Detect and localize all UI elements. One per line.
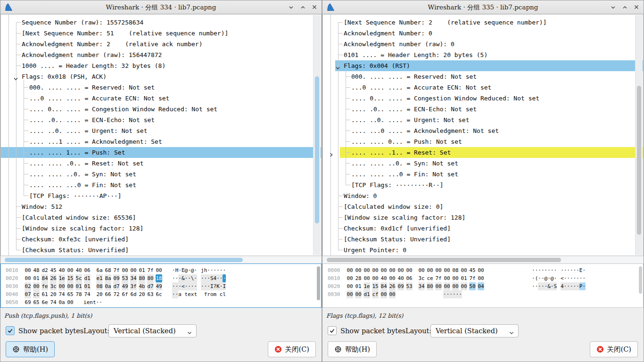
hex-byte[interactable]: 00 bbox=[122, 266, 128, 274]
ascii-char[interactable] bbox=[201, 290, 204, 298]
hex-byte[interactable]: 1e bbox=[58, 274, 65, 282]
hex-byte[interactable]: 65 bbox=[67, 290, 74, 298]
ascii-char[interactable]: e bbox=[188, 290, 191, 298]
ascii-char[interactable]: & bbox=[547, 282, 551, 290]
ascii-char[interactable]: · bbox=[172, 290, 175, 298]
ascii-char[interactable]: · bbox=[216, 266, 220, 274]
titlebar[interactable]: Wireshark · 分组 335 · lib7.pcapng bbox=[322, 0, 644, 14]
tree-row[interactable]: [Calculated window size: 65536] bbox=[1, 212, 321, 223]
hex-byte[interactable]: 00 bbox=[67, 266, 74, 274]
close-icon[interactable] bbox=[633, 4, 640, 10]
ascii-char[interactable]: · bbox=[573, 282, 577, 290]
ascii-char[interactable]: · bbox=[204, 282, 207, 290]
ascii-char[interactable]: · bbox=[188, 282, 191, 290]
hex-byte[interactable]: 3c bbox=[418, 274, 425, 282]
hex-byte[interactable]: 26 bbox=[389, 282, 396, 290]
hex-byte[interactable]: 00 bbox=[33, 282, 40, 290]
ascii-char[interactable]: o bbox=[210, 290, 214, 298]
tree-row[interactable]: ...0 .... .... = Accurate ECN: Not set bbox=[1, 93, 321, 104]
hex-byte[interactable]: 00 bbox=[355, 290, 362, 298]
tree-row[interactable]: 1000 .... = Header Length: 32 bytes (8) bbox=[1, 60, 321, 71]
ascii-char[interactable]: · bbox=[99, 298, 102, 306]
ascii-char[interactable]: · bbox=[194, 282, 197, 290]
layout-select[interactable]: Vertical (Stacked) bbox=[430, 324, 519, 337]
close-button[interactable]: 关闭(C) bbox=[590, 341, 638, 357]
ascii-char[interactable]: @ bbox=[551, 274, 554, 282]
hex-byte[interactable]: d1 bbox=[363, 290, 370, 298]
hex-byte[interactable]: 00 bbox=[461, 282, 467, 290]
hex-byte[interactable]: 50 bbox=[469, 282, 476, 290]
hex-byte[interactable]: fe bbox=[41, 282, 48, 290]
ascii-char[interactable]: · bbox=[576, 274, 579, 282]
titlebar[interactable]: Wireshark · 分组 334 · lib7.pcapng bbox=[0, 0, 322, 14]
hex-byte[interactable]: 00 bbox=[347, 290, 353, 298]
hex-byte[interactable]: 26 bbox=[50, 274, 57, 282]
ascii-char[interactable]: · bbox=[567, 274, 570, 282]
hex-byte[interactable]: 01 bbox=[84, 282, 91, 290]
hex-byte[interactable]: 00 bbox=[427, 266, 433, 274]
ascii-char[interactable]: · bbox=[567, 282, 570, 290]
hex-byte[interactable]: 18 bbox=[156, 274, 162, 282]
tree-horizontal-scrollbar[interactable] bbox=[323, 257, 643, 263]
ascii-char[interactable]: · bbox=[553, 266, 557, 274]
hex-byte[interactable]: 00 bbox=[25, 266, 31, 274]
hex-byte[interactable]: 00 bbox=[67, 298, 74, 306]
ascii-char[interactable]: · bbox=[191, 282, 194, 290]
hex-byte[interactable]: 00 bbox=[363, 266, 370, 274]
hex-byte[interactable]: 00 bbox=[372, 274, 379, 282]
ascii-char[interactable] bbox=[216, 290, 220, 298]
ascii-char[interactable]: · bbox=[178, 266, 182, 274]
hex-byte[interactable]: 34 bbox=[418, 282, 425, 290]
hex-byte[interactable]: 00 bbox=[418, 266, 425, 274]
hex-byte[interactable]: 5c bbox=[75, 274, 82, 282]
tree-row[interactable]: .... .0.. .... = ECN-Echo: Not set bbox=[1, 115, 321, 125]
ascii-char[interactable]: · bbox=[535, 266, 538, 274]
hex-byte[interactable]: cf bbox=[372, 290, 379, 298]
ascii-char[interactable] bbox=[182, 290, 185, 298]
packet-detail-tree[interactable]: Sequence Number (raw): 1557258634[Next S… bbox=[0, 14, 322, 256]
hex-byte[interactable]: 01 bbox=[33, 274, 40, 282]
ascii-char[interactable]: · bbox=[204, 274, 207, 282]
hex-byte[interactable]: 00 bbox=[478, 274, 484, 282]
hex-byte[interactable]: d1 bbox=[84, 274, 91, 282]
hex-byte[interactable]: d7 bbox=[113, 282, 120, 290]
tree-row[interactable]: Sequence Number (raw): 1557258634 bbox=[1, 17, 321, 28]
tree-row[interactable]: Flags: 0x004 (RST) bbox=[323, 60, 643, 71]
tree-row[interactable]: .... .... ...0 = Fin: Not set bbox=[1, 180, 321, 190]
ascii-char[interactable]: c bbox=[220, 290, 223, 298]
tree-row[interactable]: [Window size scaling factor: 128] bbox=[1, 223, 321, 234]
tree-row[interactable]: Acknowledgment Number: 2 (relative ack n… bbox=[1, 39, 321, 49]
chevron-up-icon[interactable] bbox=[299, 4, 306, 10]
hex-byte[interactable]: 80 bbox=[147, 274, 154, 282]
tree-row[interactable]: .... .... .1.. = Reset: Set bbox=[323, 147, 643, 158]
tree-row[interactable]: Checksum: 0xd1cf [unverified] bbox=[323, 223, 643, 234]
hex-dump-view[interactable]: 00100048d245400040066a687f0000017f00·H·E… bbox=[0, 263, 322, 308]
hex-byte[interactable]: 48 bbox=[33, 266, 40, 274]
hex-byte[interactable]: 40 bbox=[75, 266, 82, 274]
ascii-char[interactable]: · bbox=[547, 266, 551, 274]
hex-byte[interactable]: 7f bbox=[469, 274, 476, 282]
hex-scrollbar-thumb[interactable] bbox=[639, 266, 642, 294]
ascii-char[interactable]: · bbox=[532, 274, 535, 282]
chevron-right-icon[interactable] bbox=[329, 150, 334, 155]
ascii-char[interactable]: · bbox=[567, 266, 570, 274]
ascii-char[interactable]: · bbox=[223, 266, 226, 274]
ascii-char[interactable]: · bbox=[194, 266, 197, 274]
ascii-char[interactable]: · bbox=[216, 274, 220, 282]
hex-byte[interactable]: 00 bbox=[58, 282, 65, 290]
ascii-char[interactable]: @ bbox=[185, 266, 188, 274]
ascii-char[interactable]: l bbox=[223, 290, 226, 298]
hex-byte[interactable]: 20 bbox=[139, 290, 145, 298]
ascii-char[interactable]: E bbox=[182, 266, 185, 274]
tree-row[interactable]: .... .... 1... = Push: Set bbox=[1, 147, 321, 158]
ascii-char[interactable]: · bbox=[551, 282, 554, 290]
ascii-char[interactable]: · bbox=[545, 282, 548, 290]
ascii-char[interactable]: · bbox=[535, 282, 538, 290]
hex-byte[interactable]: 49 bbox=[156, 282, 162, 290]
hex-byte[interactable]: 80 bbox=[139, 274, 145, 282]
tree-row[interactable]: 0101 .... = Header Length: 20 bytes (5) bbox=[323, 49, 643, 60]
ascii-char[interactable]: · bbox=[545, 266, 548, 274]
ascii-char[interactable]: S bbox=[210, 274, 214, 282]
tree-vertical-scrollbar[interactable] bbox=[635, 15, 643, 255]
ascii-char[interactable]: · bbox=[175, 282, 179, 290]
